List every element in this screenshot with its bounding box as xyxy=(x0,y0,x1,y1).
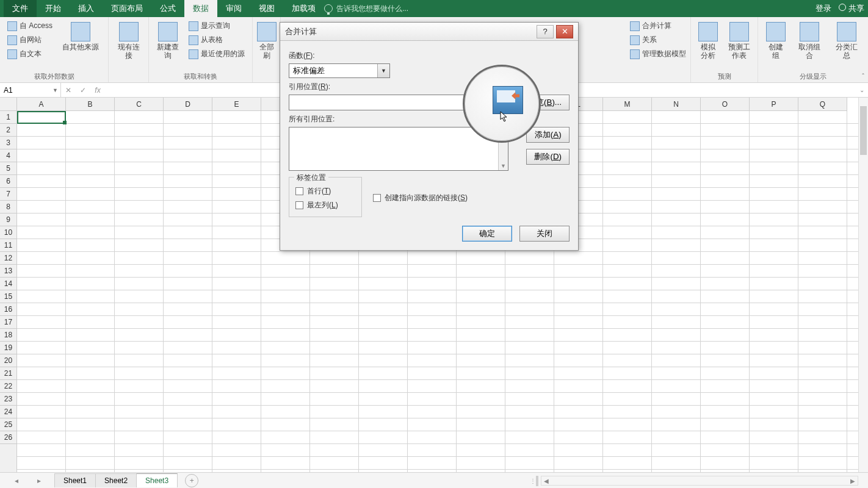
col-header[interactable]: D xyxy=(164,98,212,110)
row-header[interactable]: 8 xyxy=(0,201,16,214)
tab-splitter[interactable]: ⋮ xyxy=(536,476,538,486)
row-header[interactable]: 24 xyxy=(0,406,16,418)
row-header[interactable]: 9 xyxy=(0,214,16,226)
row-header[interactable]: 10 xyxy=(0,226,16,239)
row-header[interactable]: 17 xyxy=(0,316,16,329)
expand-formula-bar[interactable]: ⌄ xyxy=(856,83,868,97)
from-other[interactable]: 自其他来源 xyxy=(60,20,101,54)
add-sheet-button[interactable]: + xyxy=(185,474,198,487)
sheet-tab-3[interactable]: Sheet3 xyxy=(136,473,178,487)
row-header[interactable]: 21 xyxy=(0,367,16,380)
login-link[interactable]: 登录 xyxy=(816,3,831,14)
add-button[interactable]: 添加(A) xyxy=(526,127,570,143)
tab-file[interactable]: 文件 xyxy=(4,0,37,17)
left-col-checkbox[interactable] xyxy=(295,201,303,209)
forecast-sheet[interactable]: 预测工作表 xyxy=(725,20,753,63)
from-table[interactable]: 从表格 xyxy=(186,34,247,46)
data-model-btn[interactable]: 管理数据模型 xyxy=(627,48,689,60)
dialog-titlebar[interactable]: 合并计算 ? ✕ xyxy=(280,23,578,41)
col-header[interactable]: E xyxy=(212,98,261,110)
dialog-help-button[interactable]: ? xyxy=(537,25,554,38)
tab-review[interactable]: 审阅 xyxy=(217,0,250,17)
delete-button[interactable]: 删除(D) xyxy=(526,149,570,165)
active-cell[interactable] xyxy=(17,111,66,124)
row-header[interactable]: 1 xyxy=(0,111,16,124)
horizontal-scrollbar[interactable]: ◀▶ xyxy=(541,476,858,486)
row-header[interactable]: 11 xyxy=(0,239,16,252)
row-header[interactable]: 4 xyxy=(0,149,16,162)
tab-data[interactable]: 数据 xyxy=(184,0,217,17)
show-queries[interactable]: 显示查询 xyxy=(186,20,247,32)
col-header[interactable]: M xyxy=(603,98,652,110)
tab-view[interactable]: 视图 xyxy=(250,0,283,17)
col-header[interactable]: A xyxy=(17,98,66,110)
tab-layout[interactable]: 页面布局 xyxy=(103,0,151,17)
relations-btn[interactable]: 关系 xyxy=(627,34,689,46)
labels-legend: 标签位置 xyxy=(294,173,328,183)
function-select[interactable]: 标准偏差 xyxy=(289,63,390,78)
collapse-ribbon-icon[interactable]: ˆ xyxy=(862,73,864,80)
name-box[interactable]: A1▼ xyxy=(0,83,61,97)
consolidate-dialog: 合并计算 ? ✕ 函数(F): 标准偏差 ▼ 引用位置(R): 览(B)... … xyxy=(280,22,579,251)
vertical-scrollbar[interactable] xyxy=(858,98,868,472)
recent-sources[interactable]: 最近使用的源 xyxy=(186,48,247,60)
row-header[interactable]: 6 xyxy=(0,175,16,188)
ok-button[interactable]: 确定 xyxy=(462,226,512,242)
row-header[interactable]: 18 xyxy=(0,329,16,342)
row-header[interactable]: 16 xyxy=(0,303,16,316)
fx-button[interactable]: fx xyxy=(90,83,105,97)
col-header[interactable]: Q xyxy=(798,98,847,110)
row-headers[interactable]: 1234567891011121314151617181920212223242… xyxy=(0,111,17,472)
ungroup-btn[interactable]: 取消组合 xyxy=(794,20,826,63)
close-button[interactable]: 关闭 xyxy=(519,226,570,242)
reference-input[interactable] xyxy=(289,95,488,110)
tab-home[interactable]: 开始 xyxy=(37,0,70,17)
row-header[interactable]: 14 xyxy=(0,278,16,290)
from-web[interactable]: 自网站 xyxy=(5,34,55,46)
col-header[interactable]: O xyxy=(701,98,750,110)
row-header[interactable]: 25 xyxy=(0,418,16,431)
whatif[interactable]: 模拟分析 xyxy=(696,20,720,63)
cancel-formula[interactable]: ✕ xyxy=(61,83,76,97)
dialog-close-button[interactable]: ✕ xyxy=(556,25,573,38)
group-btn[interactable]: 创建组 xyxy=(763,20,789,63)
row-header[interactable]: 7 xyxy=(0,188,16,201)
select-all-corner[interactable] xyxy=(0,98,17,111)
chevron-down-icon[interactable]: ▼ xyxy=(52,87,58,93)
from-access[interactable]: 自 Access xyxy=(5,20,55,32)
col-header[interactable]: N xyxy=(652,98,701,110)
new-query[interactable]: 新建查询 xyxy=(154,20,181,63)
col-header[interactable]: B xyxy=(66,98,115,110)
tab-addins[interactable]: 加载项 xyxy=(283,0,324,17)
row-header[interactable]: 12 xyxy=(0,252,16,265)
tell-me[interactable]: 告诉我您想要做什么... xyxy=(324,4,408,14)
row-header[interactable]: 20 xyxy=(0,354,16,367)
col-header[interactable]: C xyxy=(115,98,164,110)
create-links-checkbox[interactable] xyxy=(373,194,381,202)
subtotal-btn[interactable]: 分类汇总 xyxy=(831,20,863,63)
tab-insert[interactable]: 插入 xyxy=(70,0,103,17)
enter-formula[interactable]: ✓ xyxy=(76,83,90,97)
from-text[interactable]: 自文本 xyxy=(5,48,55,60)
refresh-all[interactable]: 全部刷 xyxy=(255,20,279,63)
tab-formulas[interactable]: 公式 xyxy=(151,0,184,17)
tab-nav[interactable]: ◂▸ xyxy=(0,476,55,485)
existing-conn[interactable]: 现有连接 xyxy=(114,20,143,63)
share-button[interactable]: 共享 xyxy=(839,3,864,14)
row-header[interactable]: 5 xyxy=(0,162,16,175)
chevron-down-icon[interactable]: ▼ xyxy=(377,64,389,77)
consolidate-btn[interactable]: 合并计算 xyxy=(627,20,689,32)
sheet-tab-2[interactable]: Sheet2 xyxy=(95,473,137,487)
row-header[interactable]: 3 xyxy=(0,137,16,149)
row-header[interactable]: 23 xyxy=(0,393,16,406)
row-header[interactable]: 26 xyxy=(0,431,16,444)
sheet-tab-1[interactable]: Sheet1 xyxy=(54,473,96,487)
col-header[interactable]: P xyxy=(750,98,798,110)
row-header[interactable]: 22 xyxy=(0,380,16,393)
row-header[interactable]: 2 xyxy=(0,124,16,137)
row-header[interactable]: 19 xyxy=(0,342,16,354)
top-row-checkbox[interactable] xyxy=(295,187,303,195)
row-header[interactable]: 13 xyxy=(0,265,16,278)
all-references-list[interactable] xyxy=(289,127,508,171)
row-header[interactable]: 15 xyxy=(0,290,16,303)
